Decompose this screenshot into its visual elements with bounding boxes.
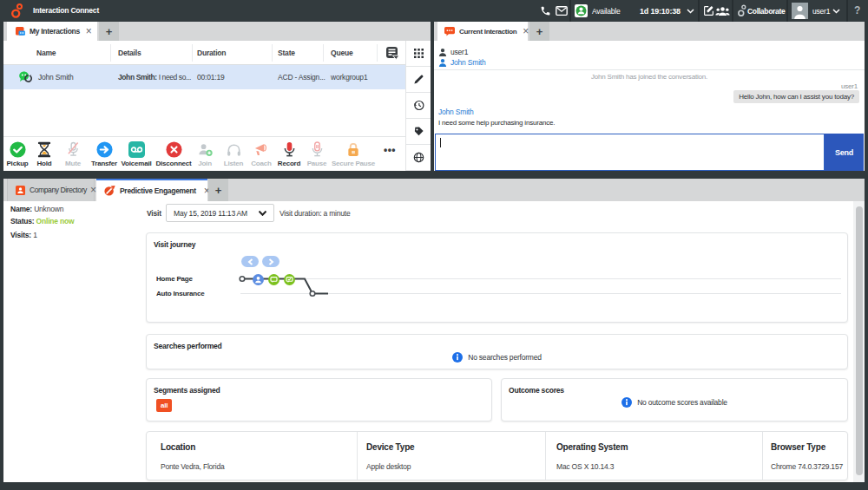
journey-row-label: Auto Insurance xyxy=(156,290,204,297)
tab-my-interactions[interactable]: My Interactions × xyxy=(7,22,97,41)
journey-next-button[interactable] xyxy=(262,256,279,267)
participant-customer[interactable]: John Smith xyxy=(438,57,486,67)
segment-badge[interactable]: all xyxy=(156,399,172,412)
tab-current-interaction[interactable]: Current Interaction × xyxy=(437,22,528,41)
status-chevron-down-icon[interactable] xyxy=(685,0,695,22)
device-type-value: Apple desktop xyxy=(366,462,411,471)
cell-details-rest: I need so... xyxy=(157,73,191,82)
history-icon[interactable] xyxy=(406,93,431,119)
cell-name: John Smith xyxy=(38,73,74,82)
call-controls-toolbar: Pickup Hold Mute Transfer Voicemail Disc… xyxy=(3,136,405,171)
topbar-separator xyxy=(698,0,700,22)
column-header-duration[interactable]: Duration xyxy=(197,49,226,57)
close-tab-icon[interactable]: × xyxy=(90,184,96,196)
customer-person-icon xyxy=(438,58,447,67)
participants-list: user1 John Smith xyxy=(438,47,486,68)
journey-node-chat-accepted-icon[interactable] xyxy=(284,273,295,289)
participant-agent[interactable]: user1 xyxy=(438,47,486,56)
outcomes-empty-text: No outcome scores available xyxy=(637,398,727,407)
column-header-details[interactable]: Details xyxy=(118,49,141,57)
my-interactions-panel: My Interactions × + Name Details Duratio… xyxy=(3,22,431,171)
my-interactions-icon xyxy=(16,27,25,36)
segments-title: Segments assigned xyxy=(154,386,220,395)
column-header-name[interactable]: Name xyxy=(36,49,56,57)
secure-pause-label: Secure Pause xyxy=(326,160,381,167)
tab-label: Predictive Engagement xyxy=(120,186,196,195)
collaborate-icon[interactable] xyxy=(736,0,748,22)
top-bar: Interaction Connect Available 1d 19:10:3… xyxy=(0,0,868,22)
tab-label: Current Interaction xyxy=(459,28,516,36)
web-globe-icon[interactable] xyxy=(406,145,431,171)
tag-icon[interactable] xyxy=(406,119,431,145)
collaborate-label[interactable]: Collaborate xyxy=(747,7,785,16)
column-divider xyxy=(192,44,193,62)
agent-person-icon xyxy=(438,48,447,56)
visit-date-value: May 15, 2019 11:13 AM xyxy=(174,209,247,218)
tab-label: Company Directory xyxy=(30,186,87,194)
scrollbar-thumb[interactable] xyxy=(856,206,863,475)
topbar-separator xyxy=(846,0,848,22)
card-column-divider xyxy=(357,432,358,480)
journey-node-visitor-icon[interactable] xyxy=(253,273,264,289)
chat-input[interactable] xyxy=(435,134,825,171)
user-avatar[interactable] xyxy=(792,0,808,22)
visitor-detail-content: Name: Unknown Status: Online now Visits:… xyxy=(3,201,853,482)
interaction-row[interactable]: John Smith John Smith: I need so... 00:0… xyxy=(3,65,405,89)
add-tab-button[interactable]: + xyxy=(529,22,549,41)
column-divider xyxy=(377,44,378,62)
available-status-icon[interactable] xyxy=(574,0,588,22)
notes-pencil-icon[interactable] xyxy=(406,67,431,93)
device-details-card: Location Ponte Vedra, Florida Device Typ… xyxy=(146,431,848,480)
visit-date-dropdown[interactable]: May 15, 2019 11:13 AM xyxy=(166,204,274,222)
visitor-status-value: Online now xyxy=(36,217,75,225)
status-label[interactable]: Available xyxy=(592,7,621,16)
close-tab-icon[interactable]: × xyxy=(523,25,529,37)
visitor-name-label: Name: xyxy=(10,205,32,213)
column-divider xyxy=(272,44,273,62)
card-column-divider xyxy=(762,432,763,480)
cell-details: John Smith: I need so... xyxy=(118,73,191,82)
tab-label: My Interactions xyxy=(30,27,80,36)
column-divider xyxy=(110,44,111,62)
user-name[interactable]: user1 xyxy=(812,7,830,16)
tab-company-directory[interactable]: Company Directory × xyxy=(7,179,95,201)
tab-predictive-engagement[interactable]: Predictive Engagement × xyxy=(96,179,207,201)
info-icon xyxy=(621,397,632,408)
current-interaction-icon xyxy=(444,27,455,36)
topbar-separator xyxy=(569,0,571,22)
customer-message-text: I need some help purchasing insurance. xyxy=(438,119,555,127)
column-picker-icon[interactable] xyxy=(385,46,399,63)
card-column-divider xyxy=(545,432,546,480)
close-tab-icon[interactable]: × xyxy=(86,25,92,37)
user-chevron-down-icon[interactable] xyxy=(831,0,841,22)
operating-system-value: Mac OS X 10.14.3 xyxy=(556,462,614,471)
customer-message-author[interactable]: John Smith xyxy=(438,108,474,116)
column-header-state[interactable]: State xyxy=(278,49,295,57)
add-tab-button[interactable]: + xyxy=(99,22,119,41)
chat-interaction-icon xyxy=(19,71,32,85)
people-icon[interactable] xyxy=(713,0,732,22)
journey-row-label: Home Page xyxy=(156,275,193,283)
text-cursor xyxy=(440,138,441,147)
segments-assigned-card: Segments assigned all xyxy=(146,378,492,421)
column-header-queue[interactable]: Queue xyxy=(331,49,352,57)
sidebar-icon-strip xyxy=(405,41,431,171)
send-button[interactable]: Send xyxy=(825,134,864,171)
journey-prev-button[interactable] xyxy=(241,256,259,267)
system-message: John Smith has joined the conversation. xyxy=(434,73,865,81)
bottom-tab-bar: Company Directory × Predictive Engagemen… xyxy=(3,179,865,201)
agent-message-author: user1 xyxy=(841,82,858,90)
grid-view-icon[interactable] xyxy=(406,41,431,67)
location-label: Location xyxy=(161,442,195,452)
searches-empty-row: No searches performed xyxy=(147,352,847,363)
add-tab-button[interactable]: + xyxy=(208,179,228,201)
help-icon[interactable]: ? xyxy=(854,4,860,16)
dropdown-chevron-icon xyxy=(259,211,266,216)
cell-duration: 00:01:19 xyxy=(197,73,225,82)
phone-icon[interactable] xyxy=(537,0,553,22)
journey-node-chat-icon[interactable] xyxy=(268,273,279,289)
email-icon[interactable] xyxy=(554,0,569,22)
bottom-panel-scrollbar[interactable] xyxy=(853,201,865,482)
outcomes-empty-row: No outcome scores available xyxy=(502,397,847,408)
right-tab-bar: Current Interaction × + xyxy=(434,22,865,41)
